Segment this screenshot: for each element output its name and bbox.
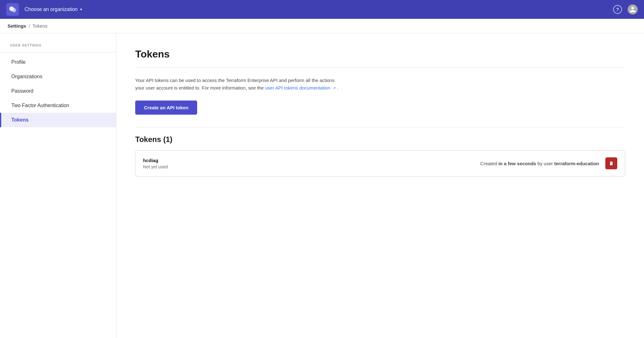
sidebar-item-password[interactable]: Password xyxy=(0,84,116,98)
sidebar-item-two-factor[interactable]: Two Factor Authentication xyxy=(0,98,116,113)
help-icon[interactable]: ? xyxy=(613,5,622,14)
breadcrumb-settings-link[interactable]: Settings xyxy=(8,23,26,29)
breadcrumb: Settings / Tokens xyxy=(0,19,644,33)
sidebar-section-label: USER SETTINGS xyxy=(0,43,116,52)
sidebar-item-tokens[interactable]: Tokens xyxy=(0,113,116,127)
chevron-down-icon: ▾ xyxy=(80,7,82,12)
page-title: Tokens xyxy=(135,48,625,60)
description-text: Your API tokens can be used to access th… xyxy=(135,77,625,92)
description-line2: your user account is entitled to. For mo… xyxy=(135,85,264,90)
org-selector[interactable]: Choose an organization ▾ xyxy=(25,7,82,12)
description-suffix: . xyxy=(337,85,338,90)
content-area: Tokens Your API tokens can be used to ac… xyxy=(116,33,644,338)
top-navigation: Choose an organization ▾ ? xyxy=(0,0,644,19)
token-usage: Not yet used xyxy=(143,164,168,169)
topnav-right: ? xyxy=(613,4,638,14)
external-link-icon: ↗ xyxy=(333,86,336,90)
token-card: hcdiag Not yet used Created in a few sec… xyxy=(135,150,625,177)
description-line1: Your API tokens can be used to access th… xyxy=(135,78,335,83)
tokens-count-title: Tokens (1) xyxy=(135,135,625,144)
sidebar-divider xyxy=(0,52,116,52)
org-selector-label: Choose an organization xyxy=(25,7,78,12)
token-name: hcdiag xyxy=(143,158,168,163)
tokens-list-divider xyxy=(135,127,625,128)
topnav-left: Choose an organization ▾ xyxy=(6,3,82,16)
api-tokens-doc-link[interactable]: user API tokens documentation ↗ xyxy=(265,85,337,90)
token-created-text: Created in a few seconds by user terrafo… xyxy=(480,161,599,166)
breadcrumb-separator: / xyxy=(29,23,30,29)
avatar[interactable] xyxy=(628,4,638,14)
delete-token-button[interactable] xyxy=(605,157,617,169)
create-api-token-button[interactable]: Create an API token xyxy=(135,101,197,115)
sidebar: USER SETTINGS Profile Organizations Pass… xyxy=(0,33,116,338)
breadcrumb-current-page: Tokens xyxy=(32,23,47,29)
trash-icon xyxy=(609,161,614,166)
main-layout: USER SETTINGS Profile Organizations Pass… xyxy=(0,33,644,338)
sidebar-item-profile[interactable]: Profile xyxy=(0,55,116,69)
terraform-logo-icon xyxy=(8,5,17,14)
sidebar-item-organizations[interactable]: Organizations xyxy=(0,69,116,84)
token-info-right: Created in a few seconds by user terrafo… xyxy=(480,157,617,169)
title-divider xyxy=(135,68,625,68)
logo[interactable] xyxy=(6,3,19,16)
user-avatar-icon xyxy=(629,6,636,13)
token-info-left: hcdiag Not yet used xyxy=(143,158,168,169)
